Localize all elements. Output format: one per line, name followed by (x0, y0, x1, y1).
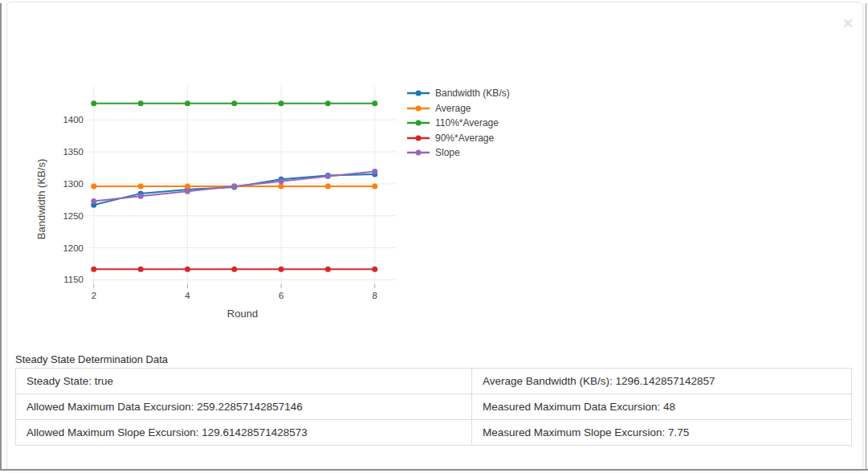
x-tick-label: 2 (92, 291, 96, 300)
y-tick-label: 1200 (63, 243, 84, 253)
close-icon[interactable]: ✕ (839, 15, 857, 33)
y-tick-label: 1400 (63, 115, 84, 124)
legend-item[interactable]: 90%*Average (406, 133, 510, 144)
y-tick-label: 1250 (63, 211, 84, 221)
window-border-left (0, 3, 2, 471)
legend-marker-icon (406, 119, 430, 127)
steady-state-table: Steady State: trueAverage Bandwidth (KB/… (15, 368, 852, 446)
table-row: Steady State: trueAverage Bandwidth (KB/… (16, 369, 851, 393)
data-point (91, 100, 96, 106)
x-tick-label: 6 (279, 291, 283, 300)
x-tick-label: 8 (373, 291, 377, 300)
legend-item[interactable]: 110%*Average (406, 117, 510, 128)
data-point (91, 184, 96, 190)
data-point (231, 267, 237, 272)
data-point (138, 184, 144, 190)
bandwidth-chart[interactable]: 1150120012501300135014002468 Round Bandw… (7, 2, 537, 340)
x-axis-title: Round (227, 308, 258, 320)
legend-marker-icon (406, 104, 430, 112)
x-tick-label: 4 (185, 291, 190, 300)
data-point (372, 267, 377, 272)
legend-marker-icon (406, 149, 430, 157)
data-point (372, 184, 377, 190)
legend-marker-icon (406, 89, 430, 97)
data-point (325, 267, 331, 272)
chart-series (91, 100, 377, 272)
legend-marker-icon (406, 134, 430, 142)
data-point (372, 169, 377, 174)
steady-state-modal: ✕ 1150120012501300135014002468 Round Ban… (6, 2, 863, 471)
data-point (185, 267, 190, 272)
data-point (138, 267, 144, 272)
data-point (325, 184, 331, 190)
data-point (138, 100, 144, 106)
app-window: ✕ 1150120012501300135014002468 Round Ban… (0, 0, 868, 473)
window-border-right (866, 3, 866, 471)
data-point (185, 184, 190, 190)
y-tick-label: 1350 (63, 147, 84, 157)
y-tick-label: 1300 (63, 179, 84, 189)
data-point (231, 100, 237, 106)
legend-label: Slope (435, 147, 460, 158)
data-point (138, 194, 144, 199)
chart-ticks: 1150120012501300135014002468 (63, 115, 377, 300)
data-point (279, 178, 284, 184)
data-point (279, 184, 284, 190)
legend-item[interactable]: Average (406, 103, 510, 114)
data-point (231, 184, 237, 190)
data-point (185, 100, 190, 106)
legend-item[interactable]: Bandwidth (KB/s) (406, 88, 510, 99)
chart-canvas: 1150120012501300135014002468 Round Bandw… (7, 2, 537, 340)
table-row: Allowed Maximum Slope Excursion: 129.614… (16, 419, 851, 445)
y-axis-title: Bandwidth (KB/s) (35, 159, 47, 239)
data-point (325, 100, 331, 106)
chart-legend: Bandwidth (KB/s)Average110%*Average90%*A… (406, 88, 510, 162)
table-cell-right: Measured Maximum Slope Excursion: 7.75 (471, 420, 851, 445)
legend-item[interactable]: Slope (406, 147, 510, 158)
table-cell-right: Average Bandwidth (KB/s): 1296.142857142… (471, 369, 851, 393)
data-point (91, 198, 96, 204)
data-point (279, 100, 284, 106)
table-cell-left: Allowed Maximum Data Excursion: 259.2285… (16, 394, 471, 419)
table-cell-right: Measured Maximum Data Excursion: 48 (471, 394, 851, 419)
legend-label: 90%*Average (435, 133, 494, 144)
panel-title: Steady State Determination Data (15, 353, 168, 365)
data-point (91, 267, 96, 272)
data-point (279, 267, 284, 272)
table-row: Allowed Maximum Data Excursion: 259.2285… (16, 393, 851, 419)
legend-label: Average (435, 103, 471, 114)
data-point (185, 189, 190, 194)
legend-label: 110%*Average (435, 117, 499, 128)
y-tick-label: 1150 (63, 275, 84, 284)
data-point (325, 173, 331, 179)
table-cell-left: Steady State: true (16, 369, 471, 393)
legend-label: Bandwidth (KB/s) (435, 88, 510, 99)
table-cell-left: Allowed Maximum Slope Excursion: 129.614… (16, 420, 471, 445)
window-border-bottom (0, 469, 868, 471)
data-point (372, 100, 377, 106)
